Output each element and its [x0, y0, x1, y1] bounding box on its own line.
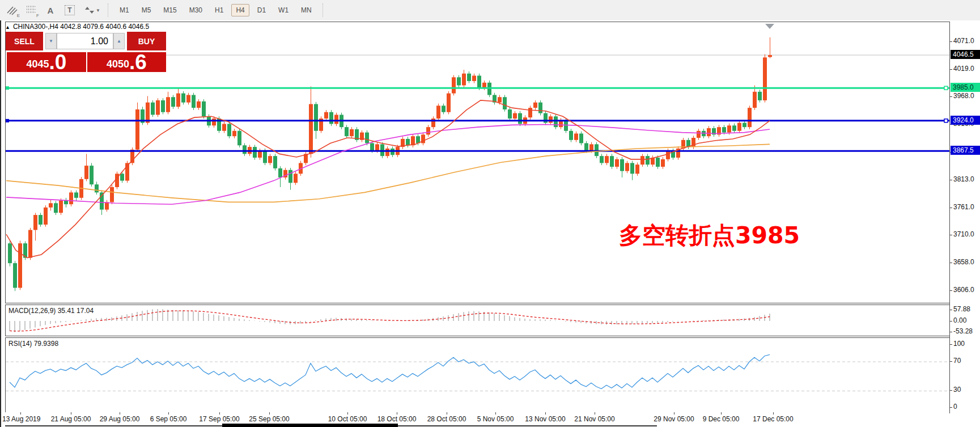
candle-body: [518, 113, 522, 124]
dropdown-caret-icon: ▼: [96, 8, 100, 13]
candle-body: [146, 103, 150, 123]
candle-body: [350, 129, 354, 136]
price-axis[interactable]: 4071.04019.03968.03916.03865.03813.03761…: [949, 22, 980, 413]
candle-body: [661, 159, 665, 167]
price-tick-label: 3606.0: [953, 286, 974, 294]
rsi-panel[interactable]: RSI(14) 79.9398: [5, 337, 950, 413]
text-tool-glyph: A: [48, 6, 54, 15]
candle-body: [237, 131, 241, 146]
candle-body: [135, 109, 139, 150]
axis-tick-mark: [950, 310, 952, 310]
tf-button-m30[interactable]: M30: [185, 4, 207, 16]
channel-tool-icon[interactable]: E: [5, 3, 19, 17]
tf-button-mn[interactable]: MN: [296, 4, 316, 16]
date-tick-label: 21 Nov 05:00: [574, 415, 614, 423]
date-tick-mark: [773, 412, 774, 415]
candle-body: [737, 123, 741, 131]
candle-body: [18, 243, 22, 288]
date-tick-mark: [721, 412, 722, 415]
line-handle-right: [944, 86, 948, 90]
candle-body: [95, 184, 99, 192]
date-tick-label: 17 Dec 05:00: [753, 415, 793, 423]
tf-button-m1[interactable]: M1: [115, 4, 134, 16]
candle-body: [324, 112, 328, 119]
rsi-axis-label: 30: [953, 386, 961, 394]
candle-body: [508, 109, 512, 119]
candle-body: [161, 100, 165, 112]
sell-button[interactable]: SELL: [6, 32, 43, 50]
candle-body: [268, 156, 272, 163]
price-tick-label: 3761.0: [953, 203, 974, 211]
axis-tick-mark: [950, 208, 952, 208]
tf-button-m5[interactable]: M5: [137, 4, 156, 16]
text-tool-icon[interactable]: A: [43, 3, 58, 17]
date-tick-mark: [347, 412, 348, 415]
candle-body: [181, 94, 185, 103]
candle-body: [646, 156, 650, 164]
buy-price-pips: .6: [129, 53, 147, 71]
candle-body: [59, 201, 63, 213]
axis-tick-mark: [950, 96, 952, 97]
candle-body: [314, 104, 318, 131]
candle-body: [722, 127, 726, 132]
candle-body: [44, 208, 48, 225]
candle-body: [375, 144, 379, 150]
candle-body: [151, 103, 155, 115]
volume-increase-button[interactable]: ▲: [113, 33, 125, 49]
candle-body: [697, 131, 701, 138]
grid-tool-sub: F: [36, 13, 39, 18]
collapse-panel-icon[interactable]: ▲: [5, 24, 10, 30]
sell-price-display[interactable]: 4045.0: [7, 52, 86, 72]
buy-button[interactable]: BUY: [127, 32, 166, 50]
grid-tool-icon[interactable]: F: [24, 3, 39, 17]
ma-mid-magenta: [6, 124, 770, 204]
candle-body: [467, 74, 471, 81]
rsi-axis-label: 0: [953, 403, 957, 411]
axis-tick-mark: [950, 407, 952, 408]
axis-tick-mark: [950, 235, 952, 235]
price-level-badge: 3867.5: [951, 146, 980, 155]
axis-tick-mark: [950, 41, 952, 42]
candle-body: [579, 133, 583, 143]
candle-body: [74, 192, 78, 197]
axis-tick-mark: [950, 69, 952, 70]
candle-body: [477, 75, 481, 88]
buy-price-display[interactable]: 4050.6: [87, 52, 166, 72]
candle-body: [212, 119, 216, 125]
channel-tool-sub: E: [17, 13, 20, 18]
chart-workspace: MACD(12,26,9) 35.41 17.04 RSI(14) 79.939…: [0, 20, 980, 427]
date-tick-mark: [495, 412, 496, 415]
label-tool-icon[interactable]: T: [62, 3, 77, 17]
tf-button-h4-active[interactable]: H4: [231, 4, 249, 16]
candle-body: [554, 116, 558, 127]
chart-annotation-text: 多空转折点3985: [619, 220, 800, 251]
date-tick-label: 13 Nov 05:00: [525, 415, 565, 423]
date-tick-mark: [20, 412, 21, 415]
macd-axis-label: -53.28: [953, 327, 973, 335]
candle-body: [574, 133, 578, 139]
date-axis[interactable]: 13 Aug 201921 Aug 05:0029 Aug 05:006 Sep…: [5, 412, 949, 426]
axis-tick-mark: [950, 361, 952, 362]
candle-body: [436, 105, 440, 119]
date-tick-mark: [219, 412, 220, 415]
volume-decrease-button[interactable]: ▼: [45, 33, 57, 49]
candle-body: [13, 263, 17, 288]
candle-body: [406, 139, 410, 145]
macd-panel[interactable]: MACD(12,26,9) 35.41 17.04: [5, 305, 950, 336]
arrow-objects-icon[interactable]: ▼: [82, 3, 103, 17]
candle-body: [176, 94, 180, 107]
tf-button-m15[interactable]: M15: [159, 4, 181, 16]
buy-price-main: 4050: [107, 57, 129, 71]
candle-body: [243, 145, 247, 154]
candle-body: [528, 108, 532, 117]
price-tick-label: 4019.0: [953, 65, 974, 73]
candle-body: [503, 97, 507, 109]
candle-body: [630, 163, 634, 174]
candle-body: [370, 143, 374, 150]
tf-button-h1[interactable]: H1: [210, 4, 228, 16]
volume-input[interactable]: [57, 33, 113, 49]
tf-button-d1[interactable]: D1: [253, 4, 270, 16]
candle-body: [569, 131, 573, 140]
candle-body: [513, 113, 517, 119]
tf-button-w1[interactable]: W1: [274, 4, 293, 16]
